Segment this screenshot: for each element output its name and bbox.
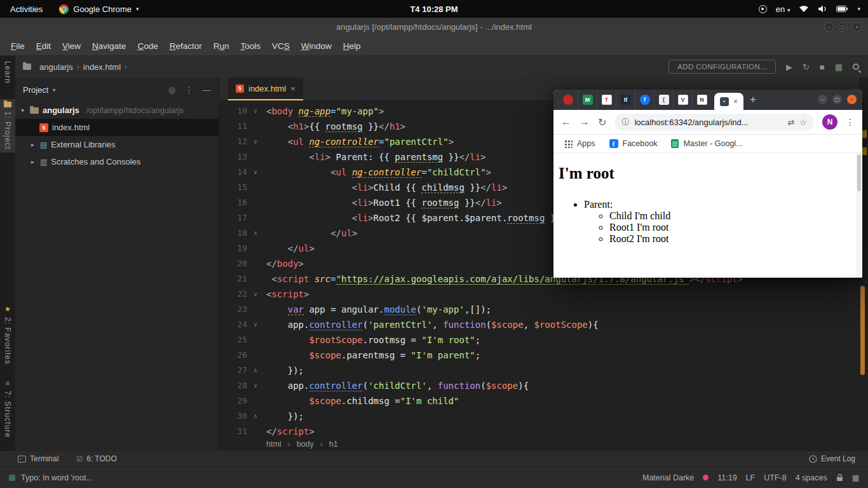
tree-row-scratches[interactable]: ▸ ▥ Scratches and Consoles: [15, 153, 219, 170]
close-tab-icon[interactable]: ×: [733, 97, 738, 106]
menu-code[interactable]: Code: [132, 41, 163, 51]
menu-refactor[interactable]: Refactor: [164, 41, 208, 51]
fold-marker-icon[interactable]: ∨: [247, 165, 264, 180]
stop-icon[interactable]: ■: [820, 62, 825, 72]
expand-arrow-icon[interactable]: ▸: [29, 158, 36, 165]
fold-marker-icon[interactable]: ∧: [247, 409, 264, 424]
scrollbar-thumb[interactable]: [857, 154, 861, 191]
line-number[interactable]: 28: [219, 378, 247, 393]
toolwindow-grid-icon[interactable]: ▦: [835, 62, 843, 72]
line-number[interactable]: 11: [219, 119, 247, 134]
address-bar[interactable]: ⓘ localhost:63342/angularjs/ind... ⇄ ☆: [614, 114, 814, 131]
url-text[interactable]: localhost:63342/angularjs/ind...: [634, 118, 782, 127]
encoding-indicator[interactable]: UTF-8: [764, 473, 786, 482]
search-icon[interactable]: [853, 64, 859, 70]
fold-marker-icon[interactable]: ∨: [247, 378, 264, 393]
chrome-tab-3[interactable]: T: [597, 90, 616, 110]
indent-indicator[interactable]: 4 spaces: [796, 473, 827, 482]
menu-window[interactable]: Window: [295, 41, 337, 51]
chrome-tab-8[interactable]: N: [692, 90, 711, 110]
bookmark-facebook[interactable]: f Facebook: [609, 139, 658, 148]
run-icon[interactable]: ▶: [786, 62, 792, 72]
code-line-30[interactable]: });: [266, 409, 743, 424]
code-line-31[interactable]: </script>: [266, 424, 743, 437]
status-message[interactable]: Typo: In word 'root...: [21, 473, 93, 482]
page-scrollbar[interactable]: [856, 153, 862, 278]
back-icon[interactable]: ←: [561, 116, 571, 128]
profile-avatar[interactable]: N: [822, 114, 837, 130]
fold-marker-icon[interactable]: ∨: [247, 287, 264, 302]
sync-icon[interactable]: ↻: [803, 62, 810, 72]
menu-help[interactable]: Help: [337, 41, 367, 51]
line-number[interactable]: 16: [219, 195, 247, 210]
chrome-tab-7[interactable]: V: [673, 90, 692, 110]
breadcrumb-body[interactable]: body: [297, 440, 314, 449]
system-menu-chevron-icon[interactable]: ▾: [857, 6, 860, 12]
collapse-arrow-icon[interactable]: ▾: [19, 107, 26, 114]
toolwindow-learn[interactable]: Learn: [0, 58, 15, 86]
chrome-tab-6[interactable]: (: [654, 90, 673, 110]
chrome-tab-5[interactable]: f: [635, 90, 654, 110]
project-panel-title[interactable]: Project: [23, 85, 48, 95]
locate-file-icon[interactable]: ◎: [168, 85, 175, 95]
line-number[interactable]: 12: [219, 134, 247, 149]
hide-panel-icon[interactable]: —: [203, 85, 211, 95]
bookmark-apps[interactable]: Apps: [564, 139, 595, 148]
bookmark-master-google[interactable]: Master - Googl...: [671, 139, 742, 148]
line-number[interactable]: 17: [219, 210, 247, 226]
code-line-26[interactable]: $scope.parentmsg = "I'm parent";: [266, 348, 743, 363]
line-number[interactable]: 24: [219, 317, 247, 332]
line-number[interactable]: 31: [219, 424, 247, 437]
line-number[interactable]: 23: [219, 302, 247, 317]
event-log-button[interactable]: Event Log: [809, 454, 855, 463]
expand-arrow-icon[interactable]: ▸: [29, 141, 36, 148]
chrome-tab-1[interactable]: [559, 90, 578, 110]
maximize-button[interactable]: ▢: [838, 22, 848, 32]
notification-dot[interactable]: [703, 475, 709, 480]
line-number[interactable]: 30: [219, 409, 247, 424]
line-number[interactable]: 29: [219, 393, 247, 409]
line-number[interactable]: 22: [219, 287, 247, 302]
line-number[interactable]: 21: [219, 271, 247, 287]
minimize-button[interactable]: –: [818, 95, 827, 104]
add-configuration-button[interactable]: ADD CONFIGURATION...: [668, 60, 776, 74]
status-grid-icon[interactable]: ▦: [852, 473, 859, 482]
menu-file[interactable]: File: [5, 41, 31, 51]
code-line-29[interactable]: $scope.childmsg ="I'm child": [266, 393, 743, 409]
tree-row-index-html[interactable]: 5 index.html: [15, 119, 219, 136]
line-number[interactable]: 26: [219, 348, 247, 363]
chrome-active-tab[interactable]: ▪ ×: [714, 93, 743, 110]
fold-marker-icon[interactable]: ∨: [247, 317, 264, 332]
menu-view[interactable]: View: [57, 41, 86, 51]
close-button[interactable]: ×: [847, 95, 857, 104]
forward-icon[interactable]: →: [580, 116, 590, 128]
menu-navigate[interactable]: Navigate: [86, 41, 132, 51]
breadcrumb-html[interactable]: html: [266, 440, 281, 449]
chrome-tab-4[interactable]: tl: [616, 90, 635, 110]
line-number[interactable]: 15: [219, 180, 247, 195]
code-line-28[interactable]: app.controller('childCtrl', function($sc…: [266, 378, 743, 393]
fold-marker-icon[interactable]: ∨: [247, 104, 264, 119]
maximize-button[interactable]: ▢: [832, 95, 842, 104]
caret-position[interactable]: 11:19: [717, 473, 736, 482]
app-menu-google-chrome[interactable]: Google Chrome ▾: [59, 4, 139, 14]
close-button[interactable]: ×: [852, 22, 862, 32]
scrollbar-thumb[interactable]: [860, 286, 865, 375]
bookmark-star-icon[interactable]: ☆: [799, 118, 807, 127]
chrome-tab-2[interactable]: M: [578, 90, 597, 110]
minimize-button[interactable]: –: [824, 22, 834, 32]
more-options-icon[interactable]: ⋮: [185, 85, 193, 95]
toolwindow-todo[interactable]: ☑ 6: TODO: [76, 454, 116, 463]
browser-menu-icon[interactable]: ⋮: [846, 117, 855, 127]
menu-vcs[interactable]: VCS: [266, 41, 295, 51]
code-line-27[interactable]: });: [266, 363, 743, 378]
fold-marker-icon[interactable]: ∧: [247, 226, 264, 241]
fold-marker-icon[interactable]: ∧: [247, 363, 264, 378]
code-line-24[interactable]: app.controller('parentCtrl', function($s…: [266, 317, 743, 332]
tree-row-project-root[interactable]: ▾ angularjs /opt/lampp/htdocs/angularjs: [15, 102, 219, 119]
language-indicator[interactable]: en ▾: [776, 4, 790, 14]
line-number[interactable]: 19: [219, 241, 247, 256]
line-number[interactable]: 18: [219, 226, 247, 241]
line-number[interactable]: 10: [219, 104, 247, 119]
code-line-23[interactable]: var app = angular.module('my-app',[]);: [266, 302, 743, 317]
